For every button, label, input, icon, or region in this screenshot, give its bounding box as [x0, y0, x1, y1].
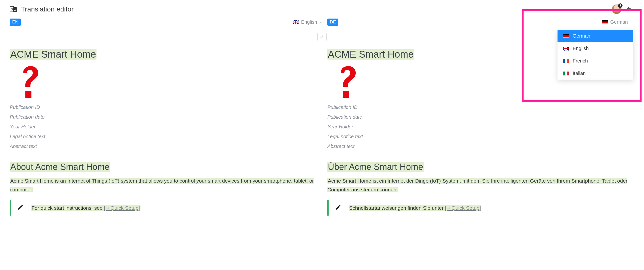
meta-publication-id: Publication ID: [10, 102, 317, 112]
lang-option-label: Italian: [573, 70, 586, 76]
language-bar: EN English ⌄ DE German ⌄ German English: [0, 18, 644, 29]
meta-legal-notice: Legal notice text: [10, 132, 317, 141]
app-title: Translation editor: [21, 5, 74, 13]
header-left: 文A Translation editor: [10, 5, 74, 13]
lang-option-italian[interactable]: Italian: [558, 67, 633, 80]
pencil-icon: [335, 204, 341, 212]
content-panes: ACME Smart Home Publication ID Publicati…: [0, 42, 644, 216]
target-lang-chip: DE: [327, 18, 338, 26]
flag-de-icon: [563, 34, 569, 38]
target-doc-title: ACME Smart Home: [327, 49, 414, 60]
swap-horizontal-icon: [320, 35, 324, 39]
swap-row: [0, 29, 644, 42]
pencil-icon: [17, 204, 24, 212]
quick-setup-link[interactable]: [→Quick Setup]: [445, 205, 481, 211]
target-lang-label: German: [610, 19, 628, 25]
lang-option-label: German: [573, 33, 590, 39]
lang-option-french[interactable]: French: [558, 55, 633, 67]
source-lang-chip: EN: [10, 18, 21, 26]
source-doc-title: ACME Smart Home: [10, 49, 96, 60]
source-language-selector[interactable]: English ⌄: [293, 19, 322, 25]
gear-icon: [626, 7, 631, 12]
source-note-text: For quick start instructions, see [→Quic…: [31, 205, 140, 211]
target-meta: Publication ID Publication date Year Hol…: [327, 102, 634, 151]
meta-abstract: Abstract text: [10, 141, 317, 151]
chevron-down-icon: ⌄: [632, 7, 634, 11]
chevron-down-icon: ⌄: [630, 20, 633, 24]
swap-languages-button[interactable]: [317, 33, 327, 41]
placeholder-image-icon: [16, 65, 317, 100]
lang-option-german[interactable]: German: [558, 30, 633, 42]
flag-de-icon: [602, 20, 608, 24]
source-lang-bar: EN English ⌄: [10, 18, 322, 26]
source-body-text: Acme Smart Home is an Internet of Things…: [10, 177, 317, 194]
lang-option-label: French: [573, 58, 588, 64]
flag-uk-icon: [563, 47, 569, 50]
app-header: 文A Translation editor ? ⌄: [0, 0, 644, 18]
language-dropdown: German English French Italian: [558, 30, 633, 80]
flag-fr-icon: [563, 59, 569, 63]
settings-button[interactable]: ⌄: [626, 7, 634, 12]
target-language-selector[interactable]: German ⌄: [602, 19, 633, 25]
meta-year-holder: Year Holder: [327, 122, 634, 132]
svg-text:文: 文: [11, 7, 14, 10]
avatar[interactable]: ?: [612, 4, 622, 14]
flag-it-icon: [563, 71, 569, 75]
source-lang-label: English: [301, 19, 317, 25]
source-note: For quick start instructions, see [→Quic…: [10, 200, 317, 216]
meta-publication-id: Publication ID: [327, 102, 634, 112]
header-right: ? ⌄: [612, 4, 634, 14]
quick-setup-link[interactable]: [→Quick Setup]: [104, 205, 140, 211]
target-section-title: Über Acme Smart Home: [327, 162, 424, 172]
svg-text:A: A: [14, 8, 16, 11]
source-meta: Publication ID Publication date Year Hol…: [10, 102, 317, 151]
meta-publication-date: Publication date: [10, 112, 317, 122]
target-body-text: Acme Smart Home ist ein Internet der Din…: [327, 177, 634, 194]
flag-uk-icon: [293, 20, 298, 24]
source-pane: ACME Smart Home Publication ID Publicati…: [10, 42, 317, 216]
lang-option-label: English: [573, 46, 589, 51]
chevron-down-icon: ⌄: [320, 20, 322, 24]
translation-icon: 文A: [10, 5, 18, 13]
target-note: Schnellstartanweisungen finden Sie unter…: [327, 200, 634, 216]
target-note-text: Schnellstartanweisungen finden Sie unter…: [349, 205, 481, 211]
help-badge-icon: ?: [618, 3, 622, 8]
meta-publication-date: Publication date: [327, 112, 634, 122]
lang-option-english[interactable]: English: [558, 42, 633, 55]
meta-year-holder: Year Holder: [10, 122, 317, 132]
meta-legal-notice: Legal notice text: [327, 132, 634, 141]
target-lang-bar: DE German ⌄ German English French Italia…: [322, 18, 634, 26]
source-section-title: About Acme Smart Home: [10, 162, 110, 172]
meta-abstract: Abstract text: [327, 141, 634, 151]
